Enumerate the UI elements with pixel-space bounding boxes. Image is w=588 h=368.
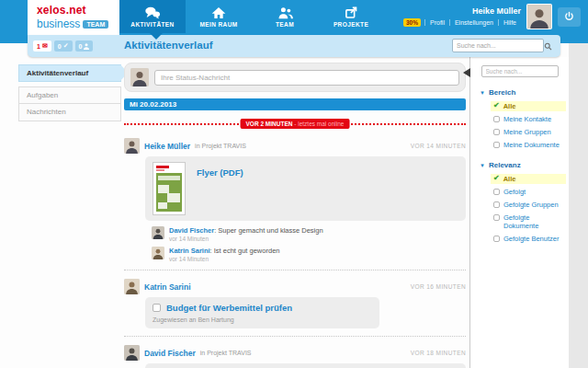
comment-timestamp: vor 14 Minuten [169, 236, 323, 242]
person-icon [84, 43, 89, 50]
home-icon [211, 6, 226, 19]
section-title: Relevanz [489, 161, 521, 169]
main-nav: AKTIVITÄTEN MEIN RAUM TEAM PROJEKTE [119, 0, 384, 33]
filter-checkbox [493, 142, 500, 148]
profile-completion-badge[interactable]: 30% [403, 18, 421, 27]
filter-label: Gefolgte Benutzer [503, 235, 559, 243]
logo-team-badge: TEAM [83, 20, 108, 29]
last-online-separator: VOR 2 MINUTEN - letztes mal online [124, 119, 466, 130]
logout-button[interactable] [558, 7, 581, 27]
feed-divider [124, 336, 466, 337]
avatar[interactable] [124, 138, 140, 154]
collapse-sidebar-handle[interactable] [463, 68, 470, 77]
sub-header-bar: 1 ✉ 0 ✓ 0 Aktivitätenverlauf [28, 35, 560, 57]
filter-section-bereich: ▼ Bereich ✔ Alle Meine Kontakte Meine Gr… [480, 88, 569, 150]
feed-item: Katrin Sarini VOR 16 MINUTEN Budget für … [124, 279, 466, 337]
comment-author-link[interactable]: Katrin Sarini [169, 247, 210, 255]
sidebar-item-label: Aufgaben [27, 91, 58, 99]
avatar[interactable] [152, 247, 164, 259]
filter-gefolgte-dokumente[interactable]: Gefolgte Dokumente [491, 213, 566, 231]
sidebar-item-aktivitaetenverlauf[interactable]: Aktivitätenverlauf [18, 64, 121, 82]
active-tab-notch [150, 33, 163, 40]
comment: David Fischer: Super gemacht und klasse … [152, 226, 466, 242]
tab-team[interactable]: TEAM [252, 0, 318, 33]
check-icon: ✔ [493, 102, 500, 109]
messages-count: 1 [37, 43, 40, 50]
contacts-badge[interactable]: 0 [75, 40, 94, 52]
sidebar-item-aufgaben[interactable]: Aufgaben [18, 86, 121, 104]
filter-gefolgt[interactable]: Gefolgt [491, 187, 566, 197]
chat-bubbles-icon [144, 6, 161, 19]
filter-checkbox [493, 214, 500, 221]
tab-mein-raum[interactable]: MEIN RAUM [186, 0, 252, 33]
check-icon: ✓ [63, 42, 69, 50]
comment-author-link[interactable]: David Fischer [169, 226, 214, 235]
tab-projekte[interactable]: PROJEKTE [318, 0, 384, 33]
filter-meine-gruppen[interactable]: Meine Gruppen [491, 127, 566, 137]
notification-badges: 1 ✉ 0 ✓ 0 [33, 40, 93, 52]
user-area: Heike Müller 30% Profil Einstellungen Hi… [403, 4, 581, 29]
filter-label: Gefolgte Gruppen [503, 201, 559, 209]
comment-text: : Ist echt gut geworden [210, 247, 280, 255]
last-online-text: - letztes mal online [292, 121, 344, 127]
filter-checkbox [493, 116, 500, 122]
filter-search-input[interactable] [481, 65, 559, 77]
section-header[interactable]: ▼ Relevanz [480, 161, 569, 169]
author-link[interactable]: David Fischer [144, 349, 196, 358]
tab-aktivitaeten[interactable]: AKTIVITÄTEN [119, 0, 186, 33]
task-title-link[interactable]: Budget für Werbemittel prüfen [166, 303, 292, 313]
attachment-card: Projekt Travis Präsentation Projekt Trav… [145, 363, 466, 368]
status-message-input[interactable] [154, 70, 459, 86]
task-checkbox[interactable] [153, 304, 161, 312]
section-header[interactable]: ▼ Bereich [480, 88, 569, 97]
item-context: in Projekt TRAVIS [200, 350, 252, 356]
filter-gefolgte-benutzer[interactable]: Gefolgte Benutzer [491, 234, 566, 244]
tasks-badge[interactable]: 0 ✓ [54, 40, 73, 52]
tab-label: TEAM [276, 21, 294, 28]
sidebar-item-label: Aktivitätenverlauf [27, 69, 88, 77]
people-icon [277, 6, 293, 19]
filter-meine-dokumente[interactable]: Meine Dokumente [491, 140, 566, 150]
task-assignee: Zugewiesen an Ben Hartung [153, 316, 372, 323]
hilfe-link[interactable]: Hilfe [498, 19, 521, 26]
item-timestamp: VOR 18 MINUTEN [411, 350, 466, 356]
attachment-title-link[interactable]: Flyer (PDF) [197, 167, 243, 178]
profil-link[interactable]: Profil [424, 19, 449, 26]
global-search-input[interactable] [453, 42, 544, 49]
comment-list: David Fischer: Super gemacht und klasse … [152, 226, 466, 262]
user-avatar[interactable] [526, 4, 552, 29]
filter-alle[interactable]: ✔ Alle [491, 101, 566, 111]
author-link[interactable]: Heike Müller [144, 142, 190, 151]
einstellungen-link[interactable]: Einstellungen [449, 19, 498, 26]
sidebar-item-nachrichten[interactable]: Nachrichten [18, 104, 121, 121]
task-card: Budget für Werbemittel prüfen Zugewiesen… [145, 297, 379, 328]
logo-line1: xelos.net [37, 4, 119, 17]
power-icon [564, 8, 574, 25]
tab-label: MEIN RAUM [199, 21, 237, 28]
filter-meine-kontakte[interactable]: Meine Kontakte [491, 114, 566, 124]
check-icon: ✔ [493, 175, 500, 182]
author-link[interactable]: Katrin Sarini [144, 282, 191, 292]
tab-label: AKTIVITÄTEN [130, 21, 174, 28]
messages-badge[interactable]: 1 ✉ [33, 40, 51, 52]
avatar [130, 68, 149, 86]
filter-label: Gefolgt [503, 188, 526, 196]
app-logo[interactable]: xelos.net business TEAM [28, 0, 119, 35]
feed-divider [124, 270, 466, 270]
filter-gefolgte-gruppen[interactable]: Gefolgte Gruppen [491, 200, 566, 210]
feed-item: David Fischer in Projekt TRAVIS VOR 18 M… [124, 345, 466, 368]
tab-label: PROJEKTE [334, 21, 368, 28]
pdf-thumbnail[interactable] [153, 162, 186, 215]
envelope-icon: ✉ [42, 42, 48, 50]
filter-alle[interactable]: ✔ Alle [491, 174, 566, 184]
avatar[interactable] [124, 345, 140, 361]
avatar[interactable] [124, 279, 140, 294]
logo-line2: business [37, 17, 80, 30]
page-background-gutter [569, 43, 588, 368]
filter-label: Alle [503, 102, 516, 110]
attachment-card: Flyer (PDF) [145, 156, 466, 221]
app-window: xelos.net business TEAM AKTIVITÄTEN MEIN… [0, 0, 588, 368]
user-name: Heike Müller [403, 6, 521, 16]
filter-label: Gefolgte Dokumente [503, 213, 563, 230]
avatar[interactable] [152, 226, 164, 239]
